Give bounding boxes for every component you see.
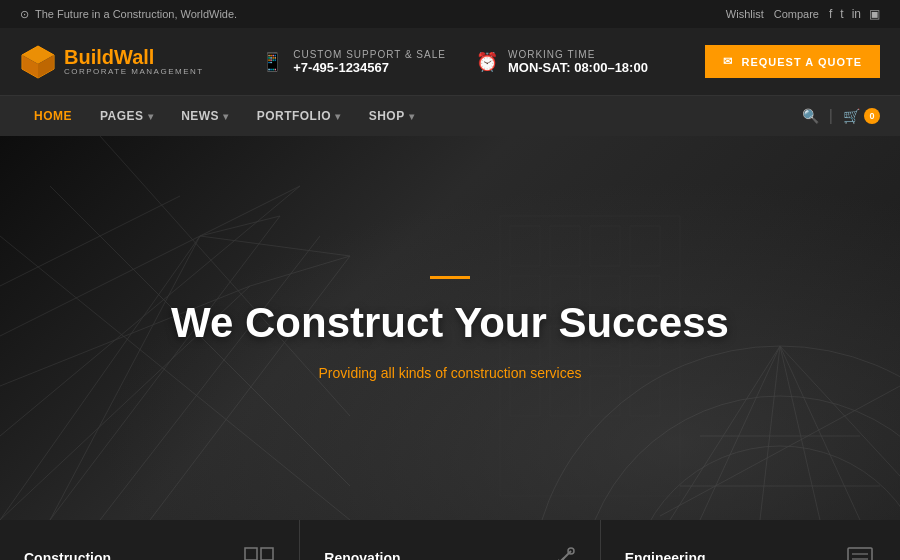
search-icon[interactable]: 🔍 — [802, 108, 819, 124]
twitter-icon[interactable]: t — [840, 7, 843, 21]
card-engineering-title: Engineering — [625, 550, 706, 561]
logo-title-part2: Wall — [114, 46, 154, 68]
cart-badge: 0 — [864, 108, 880, 124]
card-engineering[interactable]: Engineering Architecture — [601, 520, 900, 560]
chevron-down-icon: ▾ — [335, 111, 341, 122]
nav-shop-label: Shop — [369, 109, 405, 123]
bottom-cards: Construction Project Collection Renovati… — [0, 520, 900, 560]
nav-divider: | — [829, 107, 833, 125]
nav-pages-label: Pages — [100, 109, 144, 123]
wishlist-link[interactable]: Wishlist — [726, 8, 764, 20]
request-quote-label: Request a Quote — [741, 56, 862, 68]
nav: Home Pages ▾ News ▾ Portfolio ▾ Shop ▾ 🔍… — [0, 96, 900, 136]
clock-icon: ⊙ — [20, 8, 29, 21]
nav-news-label: News — [181, 109, 219, 123]
card-renovation-text: Renovation Service Describe — [324, 550, 407, 561]
working-label: Working Time — [508, 49, 648, 60]
nav-home-label: Home — [34, 109, 72, 123]
clock-header-icon: ⏰ — [476, 51, 498, 73]
header-center: 📱 Custom Support & Sale +7-495-1234567 ⏰… — [261, 49, 648, 75]
logo-text: BuildWall Corporate Management — [64, 47, 204, 76]
header: BuildWall Corporate Management 📱 Custom … — [0, 28, 900, 96]
logo[interactable]: BuildWall Corporate Management — [20, 44, 204, 80]
logo-cube-icon — [20, 44, 56, 80]
logo-title: BuildWall — [64, 47, 204, 67]
nav-item-shop[interactable]: Shop ▾ — [355, 96, 429, 136]
tagline: The Future in a Construction, WorldWide. — [35, 8, 237, 20]
renovation-icon — [544, 546, 576, 561]
hero-section: We Construct Your Success Providing all … — [0, 136, 900, 520]
support-value: +7-495-1234567 — [293, 60, 446, 75]
working-value: MON-SAT: 08:00–18:00 — [508, 60, 648, 75]
logo-title-part1: Build — [64, 46, 114, 68]
working-info: ⏰ Working Time MON-SAT: 08:00–18:00 — [476, 49, 648, 75]
support-info: 📱 Custom Support & Sale +7-495-1234567 — [261, 49, 446, 75]
card-renovation-title: Renovation — [324, 550, 407, 561]
quote-icon: ✉ — [723, 55, 733, 68]
support-label: Custom Support & Sale — [293, 49, 446, 60]
chevron-down-icon: ▾ — [148, 111, 154, 122]
cart-icon: 🛒 — [843, 108, 860, 124]
instagram-icon[interactable]: ▣ — [869, 7, 880, 21]
top-bar: ⊙ The Future in a Construction, WorldWid… — [0, 0, 900, 28]
nav-right: 🔍 | 🛒 0 — [802, 107, 880, 125]
top-bar-tagline-area: ⊙ The Future in a Construction, WorldWid… — [20, 8, 237, 21]
cart-button[interactable]: 🛒 0 — [843, 108, 880, 124]
hero-content: We Construct Your Success Providing all … — [0, 136, 900, 520]
phone-icon: 📱 — [261, 51, 283, 73]
card-construction-text: Construction Project Collection — [24, 550, 111, 561]
svg-rect-50 — [245, 548, 257, 560]
construction-icon — [243, 546, 275, 561]
card-renovation[interactable]: Renovation Service Describe — [300, 520, 600, 560]
hero-subtitle: Providing all kinds of construction serv… — [318, 365, 581, 381]
hero-divider — [430, 276, 470, 279]
nav-item-news[interactable]: News ▾ — [167, 96, 243, 136]
nav-portfolio-label: Portfolio — [257, 109, 332, 123]
top-bar-right: Wishlist Compare f t in ▣ — [726, 7, 880, 21]
linkedin-icon[interactable]: in — [852, 7, 861, 21]
nav-item-pages[interactable]: Pages ▾ — [86, 96, 167, 136]
hero-title: We Construct Your Success — [171, 299, 729, 347]
request-quote-button[interactable]: ✉ Request a Quote — [705, 45, 880, 78]
card-engineering-text: Engineering Architecture — [625, 550, 706, 561]
working-text: Working Time MON-SAT: 08:00–18:00 — [508, 49, 648, 75]
svg-rect-51 — [261, 548, 273, 560]
nav-links: Home Pages ▾ News ▾ Portfolio ▾ Shop ▾ — [20, 96, 428, 136]
chevron-down-icon: ▾ — [223, 111, 229, 122]
logo-subtitle: Corporate Management — [64, 67, 204, 76]
chevron-down-icon: ▾ — [409, 111, 415, 122]
nav-item-home[interactable]: Home — [20, 96, 86, 136]
facebook-icon[interactable]: f — [829, 7, 832, 21]
compare-link[interactable]: Compare — [774, 8, 819, 20]
support-text: Custom Support & Sale +7-495-1234567 — [293, 49, 446, 75]
card-construction[interactable]: Construction Project Collection — [0, 520, 300, 560]
nav-item-portfolio[interactable]: Portfolio ▾ — [243, 96, 355, 136]
engineering-icon — [844, 546, 876, 561]
social-icons: f t in ▣ — [829, 7, 880, 21]
card-construction-title: Construction — [24, 550, 111, 561]
